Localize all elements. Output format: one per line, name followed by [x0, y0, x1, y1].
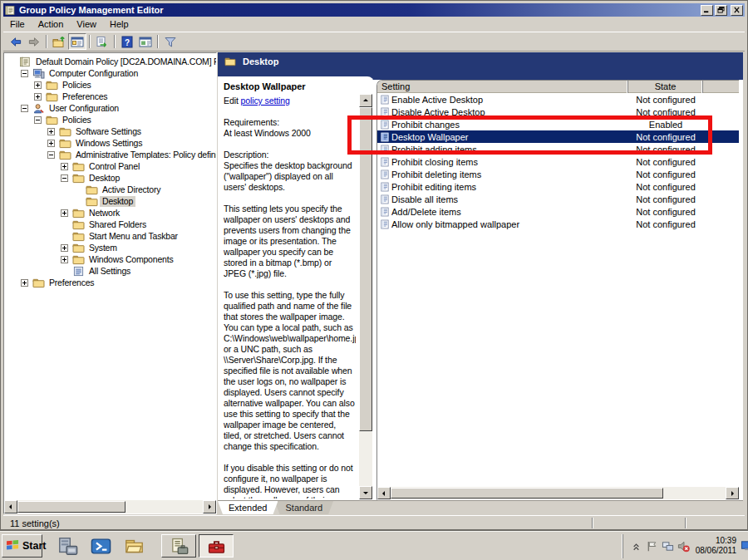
- tree-item[interactable]: Preferences: [4, 91, 216, 102]
- expand-icon[interactable]: [21, 279, 28, 287]
- column-header-state[interactable]: State: [628, 81, 703, 93]
- minimize-button[interactable]: [701, 5, 713, 16]
- tree-item-label: Preferences: [60, 91, 110, 102]
- tree-item[interactable]: Preferences: [4, 277, 216, 288]
- expand-icon[interactable]: [34, 81, 42, 89]
- tray-volume-muted[interactable]: [676, 540, 691, 553]
- tray-flag[interactable]: [644, 540, 660, 553]
- filter-button[interactable]: [161, 33, 180, 50]
- expand-icon[interactable]: [47, 128, 55, 135]
- expand-icon[interactable]: [61, 209, 68, 217]
- setting-name: Prohibit deleting items: [391, 169, 628, 179]
- show-window-button[interactable]: [136, 33, 155, 50]
- menu-file[interactable]: File: [3, 17, 32, 31]
- setting-row[interactable]: Prohibit deleting itemsNot configured: [377, 168, 739, 180]
- setting-row[interactable]: Desktop WallpaperNot configured: [377, 130, 739, 143]
- collapse-icon[interactable]: [21, 105, 28, 112]
- help-button[interactable]: ?: [118, 33, 136, 50]
- scroll-down-button[interactable]: [359, 486, 372, 499]
- tree-item[interactable]: Windows Components: [4, 253, 216, 265]
- tree-horizontal-scrollbar[interactable]: [4, 500, 216, 513]
- expander-slot: [61, 244, 72, 252]
- tree-item-label: Start Menu and Taskbar: [86, 231, 180, 242]
- scrollbar-thumb[interactable]: [391, 488, 663, 499]
- scroll-right-button[interactable]: [203, 500, 216, 513]
- tree-item[interactable]: All Settings: [4, 265, 216, 277]
- setting-row[interactable]: Enable Active DesktopNot configured: [377, 93, 739, 106]
- tree-item[interactable]: Default Domain Policy [DC2A.DOMAINA.COM]…: [4, 56, 216, 67]
- up-one-level-button[interactable]: [50, 33, 68, 50]
- collapse-icon[interactable]: [21, 70, 28, 77]
- forward-button[interactable]: [25, 33, 43, 50]
- setting-row[interactable]: Add/Delete itemsNot configured: [377, 205, 739, 218]
- close-button[interactable]: [731, 5, 743, 16]
- description-vertical-scrollbar[interactable]: [359, 94, 372, 499]
- tree-item[interactable]: User Configuration: [4, 102, 216, 114]
- expand-icon[interactable]: [61, 163, 68, 170]
- collapse-icon[interactable]: [61, 174, 68, 182]
- setting-row[interactable]: Prohibit changesEnabled: [377, 118, 739, 130]
- tree-item[interactable]: Control Panel: [4, 160, 216, 172]
- tray-chevron[interactable]: [628, 540, 644, 553]
- setting-state: Not configured: [628, 207, 703, 217]
- back-button[interactable]: [7, 33, 25, 50]
- policy-setting-link[interactable]: policy setting: [241, 96, 290, 106]
- tray-clock[interactable]: 10:39 08/06/2011: [696, 536, 736, 557]
- expand-icon[interactable]: [34, 93, 42, 101]
- tree-item[interactable]: Software Settings: [4, 125, 216, 137]
- tree-item[interactable]: Desktop: [4, 172, 216, 184]
- collapse-icon[interactable]: [34, 116, 42, 124]
- setting-row[interactable]: Allow only bitmapped wallpaperNot config…: [377, 218, 739, 230]
- show-console-tree-button[interactable]: [68, 33, 86, 50]
- scroll-right-button[interactable]: [726, 487, 739, 499]
- scroll-up-button[interactable]: [359, 94, 372, 107]
- setting-row[interactable]: Prohibit closing itemsNot configured: [377, 155, 739, 168]
- tree-item[interactable]: Active Directory: [4, 184, 216, 195]
- setting-row[interactable]: Disable Active DesktopNot configured: [377, 106, 739, 118]
- setting-name: Desktop Wallpaper: [391, 132, 628, 142]
- powershell-launcher[interactable]: [84, 534, 117, 558]
- tree-item-label: Default Domain Policy [DC2A.DOMAINA.COM]…: [33, 56, 217, 67]
- setting-row[interactable]: Prohibit adding itemsNot configured: [377, 143, 739, 155]
- start-label: Start: [22, 540, 46, 552]
- server-manager-launcher[interactable]: [51, 534, 84, 558]
- scrollbar-thumb[interactable]: [359, 107, 372, 431]
- title-bar[interactable]: Group Policy Management Editor: [3, 3, 745, 17]
- collapse-icon[interactable]: [47, 151, 55, 159]
- explorer-launcher[interactable]: [117, 534, 150, 558]
- list-horizontal-scrollbar[interactable]: [377, 487, 739, 499]
- tab-standard[interactable]: Standard: [274, 501, 333, 514]
- tree-item[interactable]: Policies: [4, 114, 216, 125]
- tree-item[interactable]: System: [4, 242, 216, 253]
- tree-item[interactable]: Start Menu and Taskbar: [4, 230, 216, 242]
- tree-item[interactable]: Shared Folders: [4, 219, 216, 230]
- export-list-button[interactable]: [93, 33, 111, 50]
- menu-view[interactable]: View: [70, 17, 103, 31]
- tree-item[interactable]: Administrative Templates: Policy definit…: [4, 149, 216, 160]
- menu-help[interactable]: Help: [103, 17, 135, 31]
- scrollbar-thumb[interactable]: [17, 501, 125, 513]
- policy-document-icon: [377, 169, 391, 179]
- setting-row[interactable]: Prohibit editing itemsNot configured: [377, 180, 739, 193]
- task-group-policy-editor[interactable]: [199, 534, 234, 558]
- expand-icon[interactable]: [61, 256, 68, 263]
- scroll-left-button[interactable]: [4, 500, 17, 513]
- setting-row[interactable]: Disable all itemsNot configured: [377, 193, 739, 205]
- tray-network[interactable]: [660, 540, 676, 553]
- tree-item[interactable]: Desktop: [4, 195, 216, 207]
- expand-icon[interactable]: [61, 244, 68, 252]
- tab-extended[interactable]: Extended: [218, 501, 278, 514]
- tree-item[interactable]: Network: [4, 207, 216, 219]
- expand-icon[interactable]: [47, 140, 55, 147]
- tree-item[interactable]: Computer Configuration: [4, 67, 216, 79]
- restore-button[interactable]: [715, 5, 727, 16]
- tree-item[interactable]: Policies: [4, 79, 216, 91]
- column-header-setting[interactable]: Setting: [377, 81, 628, 93]
- monitor-icon[interactable]: [741, 539, 748, 553]
- start-button[interactable]: Start: [2, 534, 42, 558]
- task-group-policy-management[interactable]: [161, 534, 196, 558]
- scroll-left-button[interactable]: [377, 487, 391, 499]
- menu-action[interactable]: Action: [32, 17, 71, 31]
- folder-icon: [86, 196, 100, 207]
- tree-item[interactable]: Windows Settings: [4, 137, 216, 149]
